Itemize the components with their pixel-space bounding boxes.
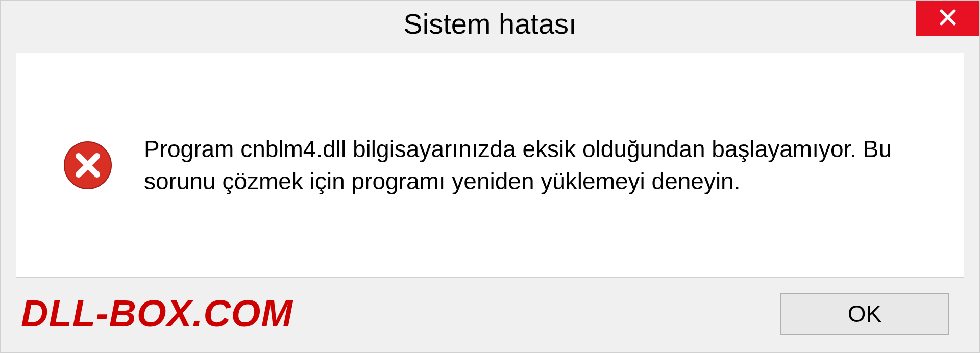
ok-button[interactable]: OK xyxy=(780,293,949,335)
branding-text: DLL-BOX.COM xyxy=(21,292,293,335)
content-area: Program cnblm4.dll bilgisayarınızda eksi… xyxy=(16,53,964,278)
error-dialog: Sistem hatası Program cnblm4.dll bilgisa… xyxy=(0,0,980,353)
error-icon xyxy=(62,140,113,191)
footer: DLL-BOX.COM OK xyxy=(1,278,979,352)
error-message: Program cnblm4.dll bilgisayarınızda eksi… xyxy=(144,133,933,196)
close-icon xyxy=(938,8,958,29)
titlebar: Sistem hatası xyxy=(1,1,979,46)
dialog-title: Sistem hatası xyxy=(403,7,576,40)
close-button[interactable] xyxy=(916,1,979,36)
